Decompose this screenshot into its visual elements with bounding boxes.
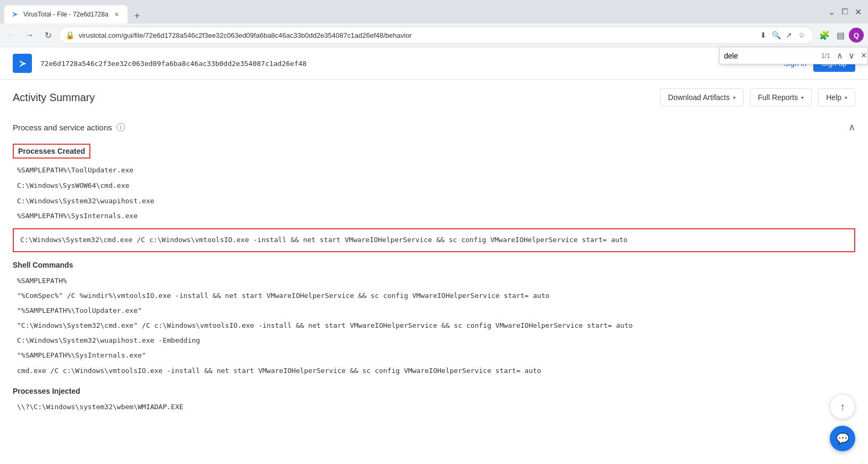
- tab-title: VirusTotal - File - 72e6d1728a: [23, 11, 108, 18]
- profile-button[interactable]: Q: [849, 28, 864, 43]
- shell-commands-subsection: Shell Commands %SAMPLEPATH% "%ComSpec%" …: [13, 261, 855, 378]
- process-item-highlighted: C:\Windows\System32\cmd.exe /C c:\Window…: [13, 228, 855, 252]
- help-button[interactable]: Help ▾: [818, 88, 855, 106]
- shell-item: "%ComSpec%" /C %windir%\vmtoolsIO.exe -i…: [13, 288, 855, 303]
- process-injected-item: \\?\C:\Windows\system32\wbem\WMIADAP.EXE: [13, 400, 855, 415]
- activity-actions: Download Artifacts ▾ Full Reports ▾ Help…: [660, 88, 855, 106]
- download-artifacts-label: Download Artifacts: [668, 93, 730, 102]
- page-content: ≻ 72e6d1728a546c2f3ee32c063ed09fa6ba8c46…: [0, 47, 868, 464]
- chat-button[interactable]: 💬: [830, 426, 855, 451]
- processes-created-subsection: Processes Created %SAMPLEPATH%\ToolUpdat…: [13, 144, 855, 252]
- sidebar-icon[interactable]: ▤: [833, 28, 848, 43]
- vt-logo-icon: ≻: [13, 54, 32, 73]
- find-prev-button[interactable]: ∧: [835, 49, 845, 62]
- scroll-up-button[interactable]: ↑: [830, 394, 855, 419]
- shell-item: cmd.exe /C c:\Windows\vmtoolsIO.exe -ins…: [13, 363, 855, 378]
- full-reports-label: Full Reports: [758, 93, 798, 102]
- find-close-button[interactable]: ×: [861, 50, 867, 61]
- download-artifacts-button[interactable]: Download Artifacts ▾: [660, 88, 744, 106]
- tab-close-button[interactable]: ✕: [113, 10, 121, 19]
- shell-item: "C:\Windows\System32\cmd.exe" /C c:\Wind…: [13, 318, 855, 333]
- find-count: 1/1: [821, 52, 830, 60]
- activity-title: Activity Summary: [13, 92, 95, 104]
- section-header: Process and service actions i ∧: [13, 117, 855, 137]
- section-title-text: Process and service actions: [13, 123, 112, 132]
- share-icon[interactable]: ↗: [783, 30, 794, 40]
- search-icon[interactable]: 🔍: [771, 30, 781, 40]
- help-dropdown-icon: ▾: [845, 95, 847, 101]
- find-input[interactable]: [724, 52, 817, 60]
- collapse-icon[interactable]: ∧: [848, 121, 855, 133]
- process-item: %SAMPLEPATH%\ToolUpdater.exe: [13, 163, 855, 178]
- close-button[interactable]: ✕: [855, 7, 862, 17]
- shell-item: %SAMPLEPATH%: [13, 274, 855, 288]
- back-button[interactable]: ←: [4, 28, 19, 43]
- reload-button[interactable]: ↻: [40, 28, 55, 43]
- extensions-icon[interactable]: 🧩: [817, 28, 832, 43]
- vt-logo: ≻: [13, 54, 32, 73]
- tab-favicon: ≻: [11, 10, 19, 19]
- section-info-icon[interactable]: i: [116, 123, 125, 131]
- find-bar: 1/1 ∧ ∨ ×: [719, 47, 868, 64]
- shell-item: "%SAMPLEPATH%\SysInternals.exe": [13, 348, 855, 363]
- process-item: %SAMPLEPATH%\SysInternals.exe: [13, 209, 855, 224]
- download-artifacts-dropdown-icon: ▾: [733, 95, 736, 101]
- shell-item: C:\Windows\System32\wuapihost.exe -Embed…: [13, 333, 855, 348]
- forward-button[interactable]: →: [22, 28, 37, 43]
- lock-icon: 🔒: [65, 31, 74, 39]
- minimize-button[interactable]: ⌄: [828, 7, 835, 17]
- restore-button[interactable]: ❐: [841, 7, 848, 16]
- section-title: Process and service actions i: [13, 123, 125, 132]
- bookmark-icon[interactable]: ☆: [796, 30, 807, 40]
- activity-toolbar: Activity Summary Download Artifacts ▾ Fu…: [0, 80, 868, 113]
- shell-commands-title: Shell Commands: [13, 261, 855, 269]
- help-label: Help: [826, 93, 841, 102]
- processes-injected-title: Processes Injected: [13, 387, 855, 395]
- processes-injected-subsection: Processes Injected \\?\C:\Windows\system…: [13, 387, 855, 415]
- file-hash: 72e6d1728a546c2f3ee32c063ed09fa6ba8c46ac…: [40, 60, 307, 68]
- shell-item: "%SAMPLEPATH%\ToolUpdater.exe": [13, 303, 855, 318]
- url-text: virustotal.com/gui/file/72e6d1728a546c2f…: [79, 31, 754, 39]
- processes-created-title: Processes Created: [13, 144, 90, 159]
- process-service-section: Process and service actions i ∧ Processe…: [0, 113, 868, 425]
- find-next-button[interactable]: ∨: [846, 49, 857, 62]
- address-bar[interactable]: 🔒 virustotal.com/gui/file/72e6d1728a546c…: [58, 27, 814, 44]
- floating-buttons: ↑ 💬: [830, 394, 855, 451]
- new-tab-button[interactable]: +: [130, 9, 145, 23]
- full-reports-dropdown-icon: ▾: [801, 95, 804, 101]
- process-item: C:\Windows\System32\wuapihost.exe: [13, 194, 855, 209]
- browser-tab[interactable]: ≻ VirusTotal - File - 72e6d1728a ✕: [4, 5, 128, 23]
- download-page-icon[interactable]: ⬇: [758, 30, 769, 40]
- process-item: C:\Windows\SysWOW64\cmd.exe: [13, 178, 855, 194]
- full-reports-button[interactable]: Full Reports ▾: [750, 88, 812, 106]
